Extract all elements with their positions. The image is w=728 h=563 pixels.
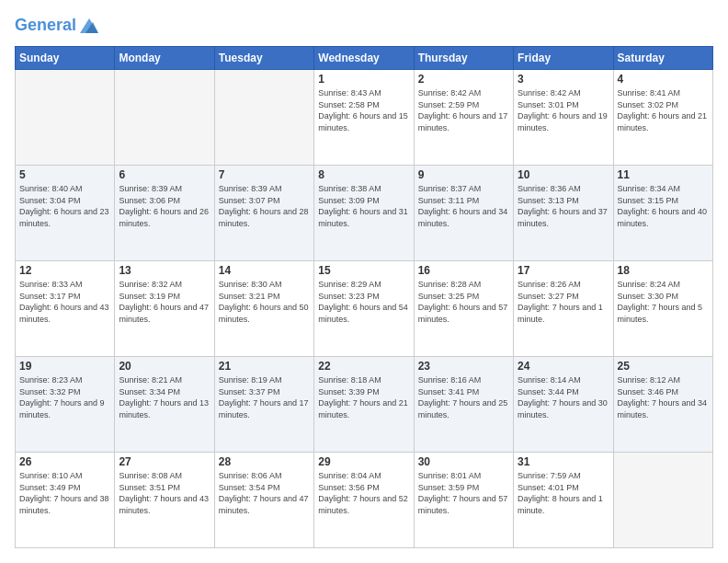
calendar-cell: 13Sunrise: 8:32 AMSunset: 3:19 PMDayligh… bbox=[115, 261, 214, 357]
calendar-cell: 25Sunrise: 8:12 AMSunset: 3:46 PMDayligh… bbox=[613, 357, 712, 453]
day-number: 14 bbox=[219, 264, 310, 277]
day-info: Sunrise: 8:01 AMSunset: 3:59 PMDaylight:… bbox=[418, 470, 509, 516]
calendar-table: SundayMondayTuesdayWednesdayThursdayFrid… bbox=[15, 46, 713, 548]
day-info: Sunrise: 8:43 AMSunset: 2:58 PMDaylight:… bbox=[318, 87, 409, 133]
day-info: Sunrise: 8:36 AMSunset: 3:13 PMDaylight:… bbox=[518, 183, 609, 229]
calendar-cell bbox=[613, 453, 712, 548]
day-number: 17 bbox=[518, 264, 609, 277]
day-info: Sunrise: 8:42 AMSunset: 3:01 PMDaylight:… bbox=[518, 87, 609, 133]
day-number: 21 bbox=[219, 360, 310, 373]
calendar-cell: 28Sunrise: 8:06 AMSunset: 3:54 PMDayligh… bbox=[214, 453, 313, 548]
calendar-cell: 11Sunrise: 8:34 AMSunset: 3:15 PMDayligh… bbox=[613, 166, 712, 261]
logo-icon bbox=[78, 15, 100, 37]
calendar-cell: 21Sunrise: 8:19 AMSunset: 3:37 PMDayligh… bbox=[214, 357, 313, 453]
day-number: 5 bbox=[19, 168, 110, 181]
calendar-cell: 8Sunrise: 8:38 AMSunset: 3:09 PMDaylight… bbox=[314, 166, 414, 261]
page: General SundayMondayTuesdayWednesdayThur… bbox=[0, 0, 728, 563]
calendar-cell: 15Sunrise: 8:29 AMSunset: 3:23 PMDayligh… bbox=[314, 261, 414, 357]
calendar-cell: 6Sunrise: 8:39 AMSunset: 3:06 PMDaylight… bbox=[115, 166, 214, 261]
day-number: 13 bbox=[119, 264, 210, 277]
day-number: 7 bbox=[219, 168, 310, 181]
day-info: Sunrise: 8:37 AMSunset: 3:11 PMDaylight:… bbox=[418, 183, 509, 229]
week-row-2: 5Sunrise: 8:40 AMSunset: 3:04 PMDaylight… bbox=[16, 166, 713, 261]
day-info: Sunrise: 8:34 AMSunset: 3:15 PMDaylight:… bbox=[618, 183, 709, 229]
day-info: Sunrise: 8:26 AMSunset: 3:27 PMDaylight:… bbox=[518, 279, 609, 325]
day-info: Sunrise: 8:28 AMSunset: 3:25 PMDaylight:… bbox=[418, 279, 509, 325]
day-info: Sunrise: 8:21 AMSunset: 3:34 PMDaylight:… bbox=[119, 374, 210, 420]
day-number: 6 bbox=[119, 168, 210, 181]
weekday-header-tuesday: Tuesday bbox=[214, 47, 313, 70]
calendar-cell: 22Sunrise: 8:18 AMSunset: 3:39 PMDayligh… bbox=[314, 357, 414, 453]
day-info: Sunrise: 8:04 AMSunset: 3:56 PMDaylight:… bbox=[318, 470, 409, 516]
day-info: Sunrise: 8:30 AMSunset: 3:21 PMDaylight:… bbox=[219, 279, 310, 325]
calendar-cell: 5Sunrise: 8:40 AMSunset: 3:04 PMDaylight… bbox=[16, 166, 115, 261]
day-number: 9 bbox=[418, 168, 509, 181]
calendar-cell: 16Sunrise: 8:28 AMSunset: 3:25 PMDayligh… bbox=[414, 261, 513, 357]
calendar-cell: 23Sunrise: 8:16 AMSunset: 3:41 PMDayligh… bbox=[414, 357, 513, 453]
day-number: 31 bbox=[518, 455, 609, 468]
weekday-header-wednesday: Wednesday bbox=[314, 47, 414, 70]
calendar-cell: 12Sunrise: 8:33 AMSunset: 3:17 PMDayligh… bbox=[16, 261, 115, 357]
day-info: Sunrise: 8:39 AMSunset: 3:06 PMDaylight:… bbox=[119, 183, 210, 229]
weekday-header-row: SundayMondayTuesdayWednesdayThursdayFrid… bbox=[16, 47, 713, 70]
weekday-header-sunday: Sunday bbox=[16, 47, 115, 70]
weekday-header-thursday: Thursday bbox=[414, 47, 513, 70]
day-number: 3 bbox=[518, 73, 609, 86]
day-info: Sunrise: 8:19 AMSunset: 3:37 PMDaylight:… bbox=[219, 374, 310, 420]
day-number: 27 bbox=[119, 455, 210, 468]
week-row-3: 12Sunrise: 8:33 AMSunset: 3:17 PMDayligh… bbox=[16, 261, 713, 357]
day-number: 26 bbox=[19, 455, 110, 468]
day-number: 28 bbox=[219, 455, 310, 468]
logo-text: General bbox=[15, 17, 76, 35]
day-number: 10 bbox=[518, 168, 609, 181]
day-number: 8 bbox=[318, 168, 409, 181]
day-info: Sunrise: 8:39 AMSunset: 3:07 PMDaylight:… bbox=[219, 183, 310, 229]
day-info: Sunrise: 8:14 AMSunset: 3:44 PMDaylight:… bbox=[518, 374, 609, 420]
day-number: 23 bbox=[418, 360, 509, 373]
calendar-cell bbox=[16, 70, 115, 166]
day-info: Sunrise: 8:10 AMSunset: 3:49 PMDaylight:… bbox=[19, 470, 110, 516]
day-number: 24 bbox=[518, 360, 609, 373]
day-number: 22 bbox=[318, 360, 409, 373]
logo: General bbox=[15, 15, 100, 37]
week-row-4: 19Sunrise: 8:23 AMSunset: 3:32 PMDayligh… bbox=[16, 357, 713, 453]
day-info: Sunrise: 8:29 AMSunset: 3:23 PMDaylight:… bbox=[318, 279, 409, 325]
week-row-5: 26Sunrise: 8:10 AMSunset: 3:49 PMDayligh… bbox=[16, 453, 713, 548]
day-number: 1 bbox=[318, 73, 409, 86]
calendar-cell: 27Sunrise: 8:08 AMSunset: 3:51 PMDayligh… bbox=[115, 453, 214, 548]
calendar-cell: 17Sunrise: 8:26 AMSunset: 3:27 PMDayligh… bbox=[514, 261, 613, 357]
day-info: Sunrise: 7:59 AMSunset: 4:01 PMDaylight:… bbox=[518, 470, 609, 516]
day-info: Sunrise: 8:40 AMSunset: 3:04 PMDaylight:… bbox=[19, 183, 110, 229]
day-info: Sunrise: 8:32 AMSunset: 3:19 PMDaylight:… bbox=[119, 279, 210, 325]
day-number: 18 bbox=[618, 264, 709, 277]
calendar-cell bbox=[214, 70, 313, 166]
day-info: Sunrise: 8:06 AMSunset: 3:54 PMDaylight:… bbox=[219, 470, 310, 516]
day-info: Sunrise: 8:24 AMSunset: 3:30 PMDaylight:… bbox=[618, 279, 709, 325]
calendar-cell: 3Sunrise: 8:42 AMSunset: 3:01 PMDaylight… bbox=[514, 70, 613, 166]
day-info: Sunrise: 8:12 AMSunset: 3:46 PMDaylight:… bbox=[618, 374, 709, 420]
week-row-1: 1Sunrise: 8:43 AMSunset: 2:58 PMDaylight… bbox=[16, 70, 713, 166]
calendar-cell: 10Sunrise: 8:36 AMSunset: 3:13 PMDayligh… bbox=[514, 166, 613, 261]
calendar-cell: 29Sunrise: 8:04 AMSunset: 3:56 PMDayligh… bbox=[314, 453, 414, 548]
calendar-cell: 31Sunrise: 7:59 AMSunset: 4:01 PMDayligh… bbox=[514, 453, 613, 548]
calendar-cell: 19Sunrise: 8:23 AMSunset: 3:32 PMDayligh… bbox=[16, 357, 115, 453]
day-number: 2 bbox=[418, 73, 509, 86]
weekday-header-saturday: Saturday bbox=[613, 47, 712, 70]
weekday-header-friday: Friday bbox=[514, 47, 613, 70]
day-number: 4 bbox=[618, 73, 709, 86]
day-number: 29 bbox=[318, 455, 409, 468]
calendar-cell: 4Sunrise: 8:41 AMSunset: 3:02 PMDaylight… bbox=[613, 70, 712, 166]
day-number: 19 bbox=[19, 360, 110, 373]
calendar-cell: 18Sunrise: 8:24 AMSunset: 3:30 PMDayligh… bbox=[613, 261, 712, 357]
calendar-cell bbox=[115, 70, 214, 166]
day-number: 30 bbox=[418, 455, 509, 468]
weekday-header-monday: Monday bbox=[115, 47, 214, 70]
calendar-cell: 2Sunrise: 8:42 AMSunset: 2:59 PMDaylight… bbox=[414, 70, 513, 166]
calendar-cell: 30Sunrise: 8:01 AMSunset: 3:59 PMDayligh… bbox=[414, 453, 513, 548]
day-info: Sunrise: 8:18 AMSunset: 3:39 PMDaylight:… bbox=[318, 374, 409, 420]
day-number: 20 bbox=[119, 360, 210, 373]
day-number: 25 bbox=[618, 360, 709, 373]
calendar-cell: 9Sunrise: 8:37 AMSunset: 3:11 PMDaylight… bbox=[414, 166, 513, 261]
day-number: 12 bbox=[19, 264, 110, 277]
header: General bbox=[15, 15, 713, 37]
